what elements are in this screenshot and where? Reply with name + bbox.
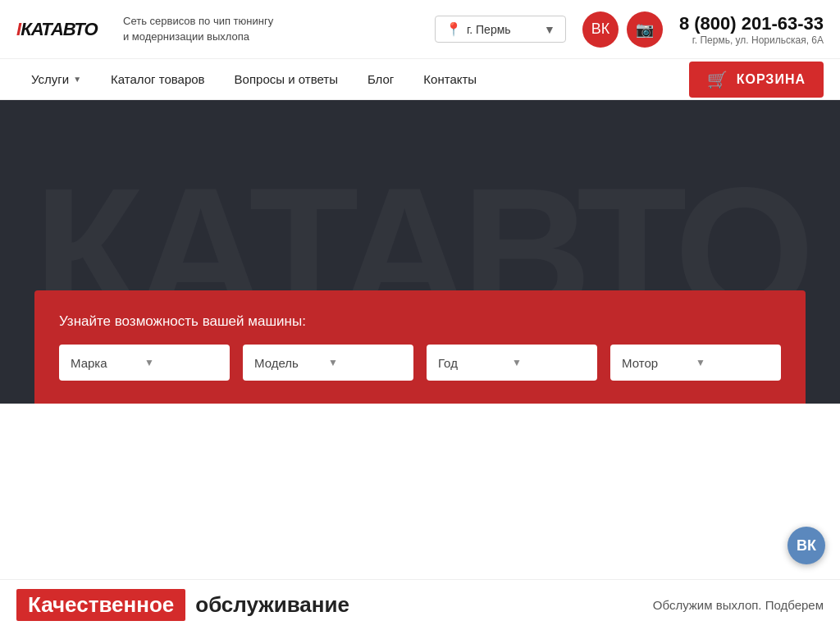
quality-normal: обслуживание (195, 592, 349, 618)
cart-button[interactable]: 🛒 КОРЗИНА (689, 62, 824, 98)
location-selector[interactable]: 📍 г. Пермь ▼ (435, 16, 566, 43)
logo-text: IКАТАВТО (16, 19, 98, 40)
chevron-down-icon: ▼ (73, 75, 81, 84)
site-header: IКАТАВТО Сеть сервисов по чип тюнингу и … (0, 0, 840, 59)
floating-vk-icon: ВК (797, 537, 816, 555)
nav-items: Услуги ▼ Каталог товаров Вопросы и ответ… (16, 59, 689, 100)
search-box-title: Узнайте возможность вашей машины: (59, 313, 781, 330)
year-dropdown-label: Год (438, 356, 512, 370)
footer-description: Обслужим выхлоп. Подберем (653, 598, 824, 612)
header-tagline: Сеть сервисов по чип тюнингу и модерниза… (123, 14, 418, 43)
chevron-down-icon: ▼ (544, 23, 555, 36)
phone-number[interactable]: 8 (800) 201-63-33 (679, 13, 824, 34)
location-text: г. Пермь (467, 23, 511, 36)
quality-highlight: Качественное (16, 589, 185, 621)
chevron-down-icon: ▼ (144, 357, 218, 368)
nav-item-faq[interactable]: Вопросы и ответы (220, 59, 353, 100)
instagram-icon: 📷 (636, 21, 654, 39)
engine-dropdown[interactable]: Мотор ▼ (610, 345, 781, 381)
footer-quality-text: Качественное обслуживание (16, 589, 349, 621)
nav-item-services[interactable]: Услуги ▼ (16, 59, 96, 100)
model-dropdown[interactable]: Модель ▼ (243, 345, 413, 381)
phone-address: г. Пермь, ул. Норильская, 6А (679, 34, 824, 46)
cart-icon: 🛒 (707, 70, 728, 89)
engine-dropdown-label: Мотор (622, 356, 696, 370)
social-buttons: ВК 📷 (582, 11, 663, 48)
chevron-down-icon: ▼ (696, 357, 769, 368)
chevron-down-icon: ▼ (512, 357, 586, 368)
hero-section: КАТАВТО Узнайте возможность вашей машины… (0, 100, 840, 404)
chevron-down-icon: ▼ (328, 357, 402, 368)
model-dropdown-label: Модель (254, 356, 328, 370)
search-box: Узнайте возможность вашей машины: Марка … (34, 290, 806, 404)
main-nav: Услуги ▼ Каталог товаров Вопросы и ответ… (0, 59, 840, 100)
footer-strip: Качественное обслуживание Обслужим выхло… (0, 579, 840, 630)
search-dropdowns: Марка ▼ Модель ▼ Год ▼ Мотор ▼ (59, 345, 781, 381)
make-dropdown[interactable]: Марка ▼ (59, 345, 230, 381)
phone-area: 8 (800) 201-63-33 г. Пермь, ул. Норильск… (679, 13, 824, 46)
nav-item-contacts[interactable]: Контакты (409, 59, 491, 100)
nav-item-catalog[interactable]: Каталог товаров (96, 59, 220, 100)
location-pin-icon: 📍 (445, 21, 462, 37)
floating-vk-button[interactable]: ВК (788, 527, 825, 564)
nav-item-blog[interactable]: Блог (353, 59, 409, 100)
instagram-button[interactable]: 📷 (627, 11, 663, 48)
vk-icon: ВК (591, 21, 610, 38)
make-dropdown-label: Марка (71, 356, 144, 370)
year-dropdown[interactable]: Год ▼ (427, 345, 597, 381)
vk-button[interactable]: ВК (582, 11, 619, 48)
logo[interactable]: IКАТАВТО (16, 19, 107, 40)
